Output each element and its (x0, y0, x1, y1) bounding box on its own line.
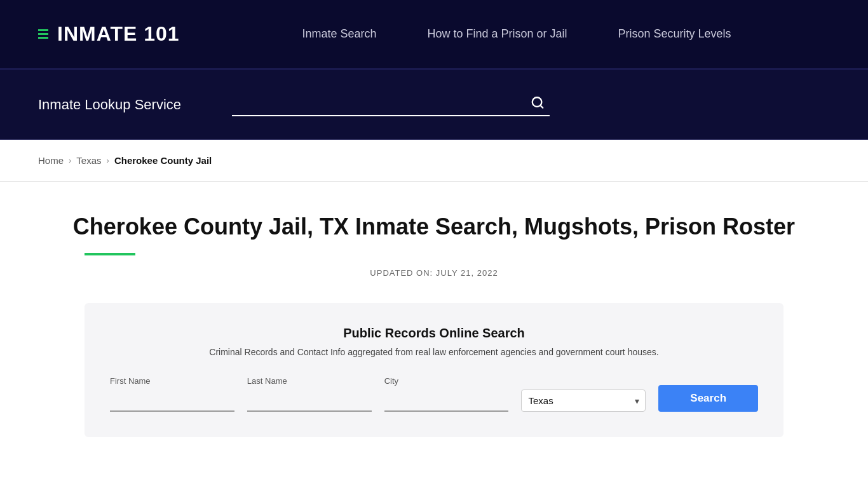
breadcrumb-section: Home › Texas › Cherokee County Jail (0, 140, 868, 182)
city-field: City (384, 376, 509, 412)
title-underline (85, 253, 135, 255)
state-select-wrapper: TexasAlabamaAlaskaArizonaArkansasCalifor… (521, 390, 646, 412)
breadcrumb-current: Cherokee County Jail (114, 155, 212, 166)
last-name-input[interactable] (247, 390, 372, 412)
search-submit-icon[interactable] (528, 93, 547, 115)
search-button[interactable]: Search (658, 385, 758, 412)
last-name-field: Last Name (247, 376, 372, 412)
nav-links-group: Inmate Search How to Find a Prison or Ja… (203, 27, 830, 41)
city-label: City (384, 376, 509, 386)
breadcrumb-state[interactable]: Texas (76, 155, 101, 166)
search-section-label: Inmate Lookup Service (38, 97, 181, 113)
nav-how-to-find[interactable]: How to Find a Prison or Jail (427, 27, 567, 41)
nav-security-levels[interactable]: Prison Security Levels (618, 27, 731, 41)
search-card: Public Records Online Search Criminal Re… (85, 303, 783, 437)
first-name-input[interactable] (110, 390, 234, 412)
form-row: First Name Last Name City TexasAlabamaAl… (110, 376, 758, 412)
logo-lines-icon (38, 29, 48, 39)
breadcrumb-home[interactable]: Home (38, 155, 64, 166)
search-section: Inmate Lookup Service (0, 70, 868, 140)
breadcrumb-separator-2: › (107, 156, 109, 165)
last-name-label: Last Name (247, 376, 372, 386)
state-select[interactable]: TexasAlabamaAlaskaArizonaArkansasCalifor… (521, 390, 646, 412)
first-name-label: First Name (110, 376, 234, 386)
search-input-wrapper (232, 93, 550, 116)
search-input[interactable] (232, 93, 550, 115)
svg-line-1 (540, 105, 543, 107)
breadcrumb: Home › Texas › Cherokee County Jail (38, 155, 830, 166)
card-title: Public Records Online Search (110, 326, 758, 341)
logo-text: INMATE 101 (57, 22, 180, 46)
nav-inmate-search[interactable]: Inmate Search (302, 27, 376, 41)
card-description: Criminal Records and Contact Info aggreg… (110, 347, 758, 357)
breadcrumb-separator-1: › (69, 156, 71, 165)
top-navigation: INMATE 101 Inmate Search How to Find a P… (0, 0, 868, 70)
state-field: TexasAlabamaAlaskaArizonaArkansasCalifor… (521, 376, 646, 412)
site-logo[interactable]: INMATE 101 (38, 22, 203, 46)
page-title: Cherokee County Jail, TX Inmate Search, … (73, 214, 795, 240)
updated-date: UPDATED ON: JULY 21, 2022 (38, 268, 830, 278)
first-name-field: First Name (110, 376, 234, 412)
main-content: Cherokee County Jail, TX Inmate Search, … (0, 182, 868, 463)
state-label (521, 376, 646, 386)
city-input[interactable] (384, 390, 509, 412)
